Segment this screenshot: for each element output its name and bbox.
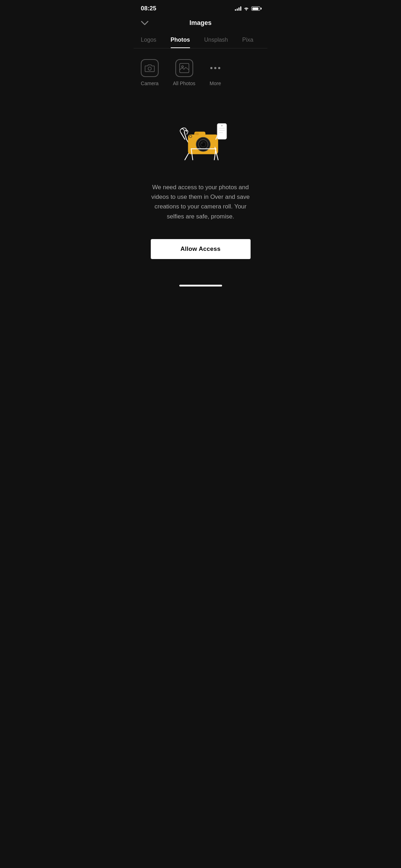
dismiss-button[interactable] (141, 19, 149, 28)
svg-line-5 (181, 133, 185, 139)
all-photos-icon-container (175, 59, 193, 77)
tab-bar: Logos Photos Unsplash Pixa (134, 30, 267, 48)
all-photos-source[interactable]: All Photos (173, 59, 195, 86)
tab-pixabay[interactable]: Pixa (235, 34, 261, 48)
more-source[interactable]: More (210, 59, 221, 86)
all-photos-label: All Photos (173, 81, 195, 86)
permission-text: We need access to your photos and videos… (148, 182, 253, 221)
svg-point-12 (201, 142, 206, 147)
camera-icon-container (141, 59, 159, 77)
source-options: Camera All Photos More (134, 48, 267, 93)
wifi-icon (243, 6, 249, 11)
status-icons (235, 6, 260, 11)
illustration-area (134, 93, 267, 175)
more-dots-icon (210, 59, 220, 77)
camera-icon (145, 64, 155, 72)
svg-rect-2 (180, 63, 189, 73)
more-label: More (210, 81, 221, 86)
allow-access-button[interactable]: Allow Access (151, 239, 251, 259)
tab-photos[interactable]: Photos (164, 34, 197, 48)
status-bar: 08:25 (134, 0, 267, 16)
signal-icon (235, 6, 241, 11)
svg-point-19 (221, 125, 222, 126)
allow-button-container: Allow Access (134, 228, 267, 266)
svg-point-0 (246, 10, 247, 10)
svg-point-3 (181, 66, 183, 68)
svg-point-1 (148, 67, 151, 70)
svg-point-14 (189, 135, 192, 138)
tab-unsplash[interactable]: Unsplash (197, 34, 235, 48)
header: Images (134, 16, 267, 30)
page-title: Images (189, 19, 211, 27)
camera-label: Camera (141, 81, 159, 86)
svg-point-13 (201, 143, 202, 144)
status-time: 08:25 (141, 5, 156, 12)
svg-rect-15 (195, 133, 199, 135)
tab-logos[interactable]: Logos (134, 34, 164, 48)
home-indicator (179, 285, 222, 286)
camera-illustration (165, 108, 236, 165)
all-photos-icon (179, 63, 189, 73)
battery-icon (251, 6, 260, 11)
permission-section: We need access to your photos and videos… (134, 175, 267, 228)
camera-source[interactable]: Camera (141, 59, 159, 86)
